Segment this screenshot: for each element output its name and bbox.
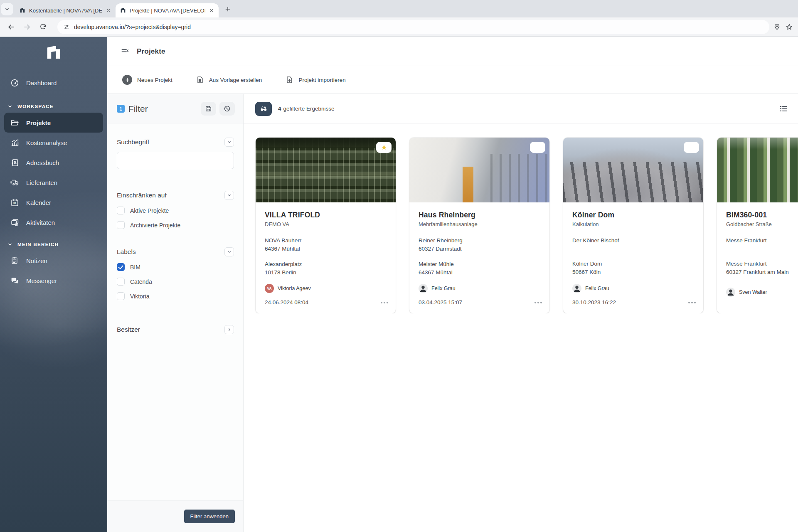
collapse-sidebar-icon[interactable] xyxy=(121,47,129,56)
import-project-button[interactable]: Projekt importieren xyxy=(285,76,345,84)
client-address: NOVA Bauherr 64367 Mühltal xyxy=(265,236,387,254)
chevron-down-icon xyxy=(5,7,10,12)
project-thumbnail xyxy=(409,138,549,202)
favorite-badge[interactable] xyxy=(684,142,699,153)
project-card-bim360-001[interactable]: BIM360-001 Goldbacher Straße Messe Frank… xyxy=(717,138,798,313)
checkbox-label: Archivierte Projekte xyxy=(130,222,180,229)
owner-row: Sven Walter xyxy=(726,288,798,297)
collapse-restrict-button[interactable] xyxy=(224,191,234,200)
owner-name: Felix Grau xyxy=(431,286,456,291)
location-pin-icon[interactable] xyxy=(773,23,781,30)
expand-owner-button[interactable] xyxy=(224,325,234,334)
card-menu-button[interactable] xyxy=(688,302,696,303)
sidebar-item-projekte[interactable]: Projekte xyxy=(4,113,103,133)
owner-row: Felix Grau xyxy=(419,284,540,293)
project-card-villa-trifold[interactable]: VILLA TRIFOLD DEMO VA NOVA Bauherr 64367… xyxy=(256,138,396,313)
sidebar-item-messenger[interactable]: Messenger xyxy=(4,271,103,291)
floppy-save-icon xyxy=(205,105,212,112)
checkbox-label: Viktoria xyxy=(130,293,149,300)
project-title: Haus Rheinberg xyxy=(419,211,540,219)
results-count-text: 4gefilterte Ergebnisse xyxy=(278,106,779,112)
collapse-labels-button[interactable] xyxy=(224,247,234,256)
sidebar-item-lieferanten[interactable]: Lieferanten xyxy=(4,172,103,192)
sidebar-item-aktivitaeten[interactable]: Aktivitäten xyxy=(4,212,103,232)
sidebar-item-dashboard[interactable]: Dashboard xyxy=(4,73,103,93)
browser-toolbar: develop.avanova.io/?s=projects&display=g… xyxy=(0,17,798,37)
create-from-template-button[interactable]: Aus Vorlage erstellen xyxy=(196,76,262,84)
last-modified-date: 03.04.2025 15:07 xyxy=(419,299,462,306)
plus-icon xyxy=(122,75,132,85)
person-photo-icon xyxy=(572,284,581,293)
chevron-down-icon xyxy=(7,104,12,109)
sidebar-item-label: Kostenanalyse xyxy=(26,139,67,146)
filter-header: 1 Filter xyxy=(107,94,243,123)
url-text: develop.avanova.io/?s=projects&display=g… xyxy=(74,24,191,30)
svg-text:31: 31 xyxy=(13,202,16,204)
checkbox-aktive-projekte[interactable] xyxy=(117,207,125,214)
search-input[interactable] xyxy=(117,152,234,169)
collapse-search-button[interactable] xyxy=(224,138,234,147)
chat-bubbles-icon xyxy=(10,276,19,285)
new-project-button[interactable]: Neues Projekt xyxy=(122,75,172,85)
checkbox-row-bim: BIM xyxy=(117,263,234,271)
checkbox-label: Aktive Projekte xyxy=(130,207,169,214)
sidebar-item-notizen[interactable]: Notizen xyxy=(4,251,103,271)
section-label: WORKSPACE xyxy=(17,104,54,109)
search-term-label: Suchbegriff xyxy=(117,138,149,146)
address-bar[interactable]: develop.avanova.io/?s=projects&display=g… xyxy=(57,20,769,34)
star-icon xyxy=(381,144,387,151)
person-photo-icon xyxy=(419,284,428,293)
site-address: Alexanderplatz 10178 Berlin xyxy=(265,260,387,277)
browser-tab-kostentabelle[interactable]: Kostentabelle | NOVA AVA [DEV xyxy=(15,3,116,17)
sidebar-item-adressbuch[interactable]: Adressbuch xyxy=(4,153,103,172)
card-menu-button[interactable] xyxy=(381,302,388,303)
site-settings-icon[interactable] xyxy=(63,24,70,30)
sidebar-item-kalender[interactable]: 31 Kalender xyxy=(4,192,103,212)
project-thumbnail xyxy=(256,138,396,202)
apply-filter-button[interactable]: Filter anwenden xyxy=(184,510,235,523)
forward-icon[interactable] xyxy=(20,20,34,34)
bookmark-star-icon[interactable] xyxy=(786,23,793,31)
nova-favicon xyxy=(120,7,126,14)
checkbox-catenda[interactable] xyxy=(117,278,125,286)
close-icon[interactable] xyxy=(208,7,215,14)
save-filter-button[interactable] xyxy=(201,102,216,116)
sidebar-section-workspace[interactable]: WORKSPACE xyxy=(4,100,103,113)
sidebar-item-label: Notizen xyxy=(26,257,47,264)
reload-icon[interactable] xyxy=(36,20,50,34)
filter-count-badge: 1 xyxy=(117,105,125,113)
project-subtitle: DEMO VA xyxy=(265,221,387,228)
notepad-icon xyxy=(10,256,19,265)
checkbox-row-archivierte-projekte: Archivierte Projekte xyxy=(117,221,234,229)
favorite-badge[interactable] xyxy=(530,142,545,153)
checkbox-bim[interactable] xyxy=(117,263,125,271)
sidebar-item-kostenanalyse[interactable]: Kostenanalyse xyxy=(4,133,103,153)
browser-tab-projekte[interactable]: Projekte | NOVA AVA [DEVELOP xyxy=(116,3,219,17)
checkbox-label: BIM xyxy=(130,264,140,271)
close-icon[interactable] xyxy=(105,7,112,14)
sidebar-item-label: Lieferanten xyxy=(26,179,57,186)
card-menu-button[interactable] xyxy=(534,302,542,303)
owner-label: Besitzer xyxy=(117,326,140,333)
new-tab-button[interactable] xyxy=(222,3,234,15)
calendar-icon: 31 xyxy=(10,198,19,207)
site-address: Meister Mühle 64367 Mühtal xyxy=(419,260,540,277)
site-address: Messe Frankfurt 60327 Frankfurt am Main xyxy=(726,260,798,277)
sidebar-item-label: Messenger xyxy=(26,277,57,284)
results-bar: 4gefilterte Ergebnisse xyxy=(244,94,798,123)
back-icon[interactable] xyxy=(4,20,18,34)
project-card-koelner-dom[interactable]: Kölner Dom Kalkulation Der Kölner Bischo… xyxy=(563,138,703,313)
owner-row: Felix Grau xyxy=(572,284,694,293)
project-card-haus-rheinberg[interactable]: Haus Rheinberg Mehrfamilienhausanlage Re… xyxy=(409,138,549,313)
checkbox-row-catenda: Catenda xyxy=(117,278,234,286)
list-view-toggle[interactable] xyxy=(779,104,788,113)
favorite-badge[interactable] xyxy=(376,142,392,153)
checkbox-archivierte-projekte[interactable] xyxy=(117,221,125,229)
section-label: MEIN BEREICH xyxy=(17,242,59,247)
checkbox-row-viktoria: Viktoria xyxy=(117,292,234,300)
restrict-label: Einschränken auf xyxy=(117,192,167,199)
tab-search-button[interactable] xyxy=(1,3,13,15)
checkbox-viktoria[interactable] xyxy=(117,292,125,300)
clear-filter-button[interactable] xyxy=(219,102,235,116)
sidebar-section-mein-bereich[interactable]: MEIN BEREICH xyxy=(4,238,103,251)
